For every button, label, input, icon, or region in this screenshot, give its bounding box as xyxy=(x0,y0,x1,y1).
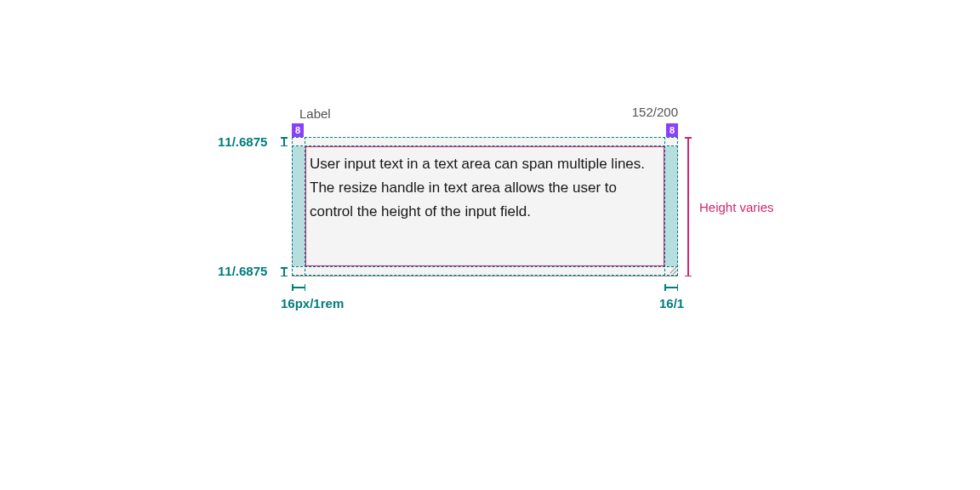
spec-diagram: Label 152/200 8 8 User input text in a t… xyxy=(0,0,980,490)
annotation-height: Height varies xyxy=(699,200,774,214)
ibeam-pad-left xyxy=(292,284,305,291)
annotation-pad-top: 11/.6875 xyxy=(218,134,267,149)
char-counter: 152/200 xyxy=(632,105,678,119)
ibeam-pad-top xyxy=(281,137,288,146)
ibeam-pad-bottom xyxy=(281,267,288,276)
annotation-pad-bottom: 11/.6875 xyxy=(218,264,267,278)
padding-band-top xyxy=(292,137,678,146)
spacing-badge-left: 8 xyxy=(292,123,304,137)
padding-band-right xyxy=(664,137,678,276)
annotation-pad-left: 16px/1rem xyxy=(281,296,344,311)
textarea-value: User input text in a text area can span … xyxy=(310,152,660,224)
ibeam-height xyxy=(685,137,692,276)
text-content-region: User input text in a text area can span … xyxy=(305,146,664,266)
textarea-field[interactable]: User input text in a text area can span … xyxy=(292,137,678,276)
field-label: Label xyxy=(299,106,331,121)
annotation-pad-right: 16/1 xyxy=(659,296,684,311)
spacing-badge-right: 8 xyxy=(666,123,678,137)
resize-handle-icon[interactable] xyxy=(666,264,676,274)
padding-band-left xyxy=(292,137,305,276)
ibeam-pad-right xyxy=(664,284,678,291)
padding-band-bottom xyxy=(292,266,678,276)
